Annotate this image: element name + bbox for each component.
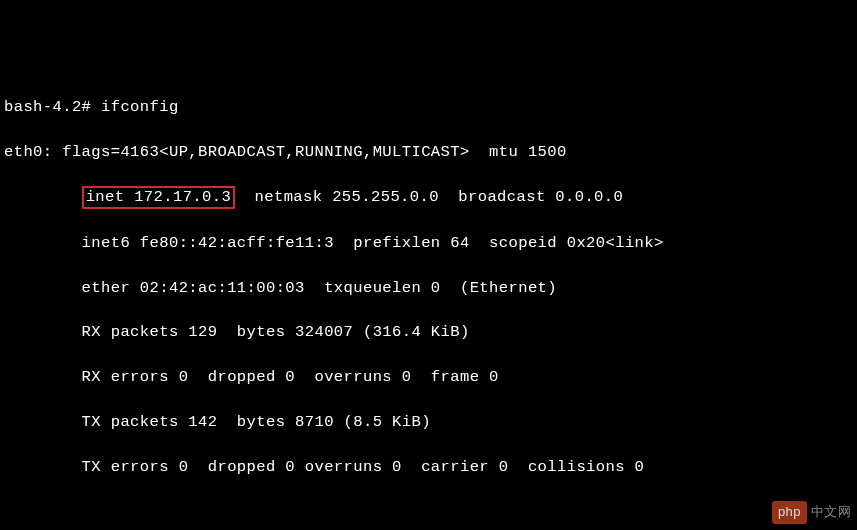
command-text: ifconfig	[101, 98, 179, 116]
eth0-inet-line: inet 172.17.0.3 netmask 255.255.0.0 broa…	[4, 186, 853, 209]
watermark: php 中文网	[772, 501, 851, 524]
shell-prompt: bash-4.2#	[4, 98, 101, 116]
inet-highlight: inet 172.17.0.3	[82, 186, 236, 209]
eth0-header: eth0: flags=4163<UP,BROADCAST,RUNNING,MU…	[4, 141, 853, 163]
inet-rest: netmask 255.255.0.0 broadcast 0.0.0.0	[235, 188, 623, 206]
eth0-tx-packets: TX packets 142 bytes 8710 (8.5 KiB)	[4, 411, 853, 433]
blank-line	[4, 501, 853, 523]
prompt-line[interactable]: bash-4.2# ifconfig	[4, 96, 853, 118]
eth0-inet6: inet6 fe80::42:acff:fe11:3 prefixlen 64 …	[4, 232, 853, 254]
eth0-rx-errors: RX errors 0 dropped 0 overruns 0 frame 0	[4, 366, 853, 388]
watermark-badge: php	[772, 501, 807, 524]
eth0-tx-errors: TX errors 0 dropped 0 overruns 0 carrier…	[4, 456, 853, 478]
eth0-rx-packets: RX packets 129 bytes 324007 (316.4 KiB)	[4, 321, 853, 343]
eth0-ether: ether 02:42:ac:11:00:03 txqueuelen 0 (Et…	[4, 277, 853, 299]
watermark-text: 中文网	[811, 503, 851, 522]
